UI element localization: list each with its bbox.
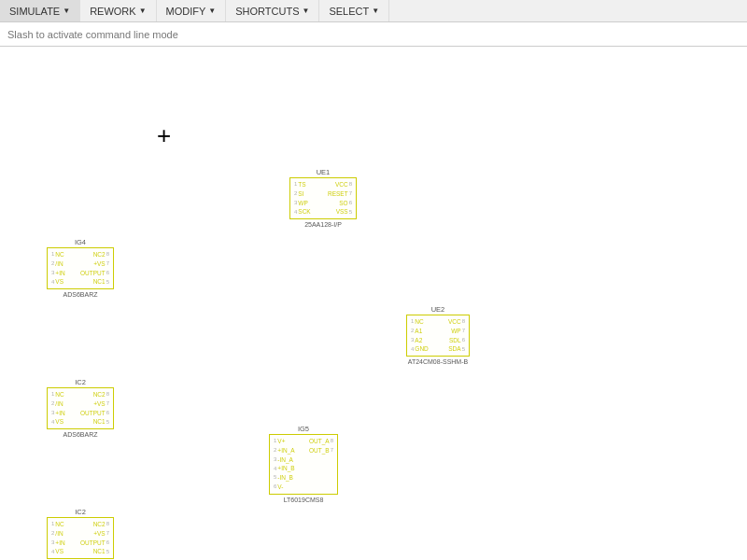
modify-arrow-icon: ▼	[208, 7, 216, 15]
shortcuts-arrow-icon: ▼	[303, 7, 310, 15]
menubar: SIMULATE ▼ REWORK ▼ MODIFY ▼ SHORTCUTS ▼…	[0, 0, 747, 22]
schematic-canvas[interactable]: + UE1 1 TS VCC 8 2 SI R	[0, 47, 747, 560]
pin-row: 5 -IN_B	[270, 473, 337, 483]
pin-row: 3 -IN_A	[270, 455, 337, 465]
pin-row: 4 SCK VSS 5	[290, 207, 356, 217]
command-input[interactable]	[7, 29, 740, 40]
menu-select[interactable]: SELECT ▼	[319, 0, 389, 21]
rework-arrow-icon: ▼	[139, 7, 147, 15]
pin-row: 3 A2 SDL 6	[407, 336, 469, 345]
pin-row: 3 +IN OUTPUT 6	[48, 269, 113, 278]
component-ue1[interactable]: UE1 1 TS VCC 8 2 SI RESET	[289, 168, 357, 228]
pin-row: 4 GND SDA 5	[407, 344, 469, 354]
component-ig4[interactable]: IG4 1 NC NC2 8 2 /IN +VS 7	[47, 238, 114, 298]
pin-row: 2 A1 WP 7	[407, 327, 469, 336]
component-ue2[interactable]: UE2 1 NC VCC 8 2 A1 WP 7	[406, 305, 470, 365]
menu-rework[interactable]: REWORK ▼	[80, 0, 156, 21]
pin-row: 2 /IN +VS 7	[48, 399, 113, 409]
crosshair-icon: +	[157, 123, 171, 147]
menu-simulate[interactable]: SIMULATE ▼	[0, 0, 80, 21]
pin-row: 1 NC NC2 8	[48, 520, 113, 529]
menu-shortcuts[interactable]: SHORTCUTS ▼	[226, 0, 319, 21]
pin-row: 1 NC NC2 8	[48, 250, 113, 259]
commandbar	[0, 22, 747, 47]
select-arrow-icon: ▼	[372, 7, 379, 15]
pin-row: 1 V+ OUT_A 8	[270, 437, 337, 446]
component-ig5[interactable]: IG5 1 V+ OUT_A 8 2 +IN_A OUT_B	[269, 425, 338, 503]
pin-row: 3 +IN OUTPUT 6	[48, 409, 113, 418]
pin-row: 3 WP SO 6	[290, 199, 356, 208]
simulate-arrow-icon: ▼	[63, 7, 70, 15]
pin-row: 1 TS VCC 8	[290, 180, 356, 189]
pin-row: 4 VS NC1 5	[48, 417, 113, 427]
pin-row: 1 NC NC2 8	[48, 390, 113, 399]
menu-modify[interactable]: MODIFY ▼	[157, 0, 227, 21]
component-ic2-third[interactable]: IC2 1 NC NC2 8 2 /IN +VS 7	[47, 508, 114, 560]
pin-row: 3 +IN OUTPUT 6	[48, 539, 113, 548]
pin-row: 6 V-	[270, 483, 337, 492]
pin-row: 2 /IN +VS 7	[48, 259, 113, 269]
pin-row: 1 NC VCC 8	[407, 317, 469, 327]
component-ic2[interactable]: IC2 1 NC NC2 8 2 /IN +VS 7	[47, 378, 114, 438]
pin-row: 4 +IN_B	[270, 464, 337, 473]
pin-row: 4 VS NC1 5	[48, 277, 113, 287]
pin-row: 4 VS NC1 5	[48, 547, 113, 556]
pin-row: 2 SI RESET 7	[290, 189, 356, 199]
pin-row: 2 +IN_A OUT_B 7	[270, 446, 337, 455]
pin-row: 2 /IN +VS 7	[48, 529, 113, 539]
